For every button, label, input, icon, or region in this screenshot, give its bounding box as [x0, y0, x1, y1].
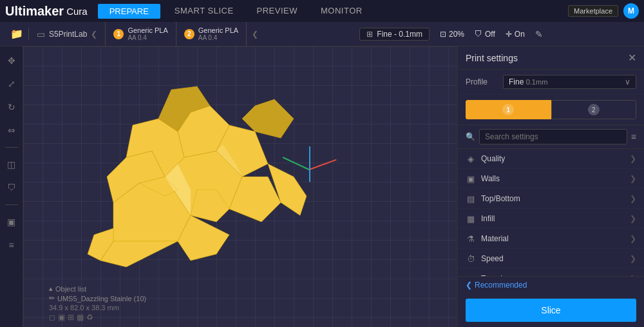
- action-icon-5[interactable]: ♻: [86, 313, 93, 322]
- slice-button[interactable]: Slice: [466, 299, 636, 322]
- tool-group[interactable]: ▣: [3, 213, 21, 231]
- prepare-tab[interactable]: PREPARE: [98, 4, 160, 19]
- object-name-row: ✏ UMS5_Dazzling Stainle (10): [49, 294, 146, 302]
- 3d-model: [62, 61, 339, 269]
- file-tab-icon: ▭: [37, 29, 45, 39]
- extruder1-sub: AA 0.4: [128, 34, 167, 41]
- setting-name-2: Top/Bottom: [481, 194, 625, 203]
- monitor-tab[interactable]: MONITOR: [309, 0, 374, 22]
- scale-box[interactable]: ⊡ 20%: [440, 30, 464, 39]
- adhesion-value: On: [515, 30, 525, 39]
- adhesion-icon: ✛: [506, 30, 512, 39]
- logo-ultimaker: Ultimaker: [5, 4, 64, 19]
- profile-row: Profile Fine 0.1mm ∨: [458, 70, 644, 95]
- material-icon: ⚗: [466, 233, 476, 244]
- file-tab[interactable]: ▭ S5PrintLab ❮: [29, 22, 106, 46]
- setting-name-1: Walls: [481, 174, 625, 183]
- scale-value: 20%: [449, 30, 464, 39]
- setting-name-0: Quality: [481, 154, 625, 163]
- quality-icon: ⊞: [366, 30, 373, 39]
- extruder-tab-2[interactable]: 2: [551, 100, 637, 119]
- adhesion-box[interactable]: ✛ On: [506, 30, 525, 39]
- tool-support[interactable]: ⛉: [3, 179, 21, 197]
- profile-label: Profile: [466, 77, 498, 86]
- speed-icon: ⏱: [466, 253, 476, 264]
- edit-icon[interactable]: ✎: [535, 29, 543, 39]
- toolbar-center: ⊞ Fine - 0.1mm ⊡ 20% ⛉ Off ✛ On ✎: [359, 28, 543, 41]
- file-tab-chevron-icon[interactable]: ❮: [91, 30, 97, 39]
- setting-item-top/bottom[interactable]: ▤Top/Bottom❯: [458, 189, 644, 209]
- dimensions: 34.9 x 82.0 x 38.3 mm: [49, 304, 146, 312]
- recommended-label: Recommended: [475, 281, 527, 290]
- walls-icon: ▣: [466, 173, 476, 184]
- extruder2-box: 2 Generic PLA AA 0.4: [176, 22, 247, 46]
- action-icon-3[interactable]: ⊞: [68, 313, 74, 322]
- setting-chevron-icon-2: ❯: [630, 194, 636, 203]
- tool-separator2: [5, 204, 18, 205]
- pencil-icon: ✏: [49, 294, 55, 302]
- object-name: UMS5_Dazzling Stainle (10): [57, 295, 146, 302]
- tool-mirror[interactable]: ⇔: [3, 121, 21, 139]
- panel-footer: ❮ Recommended: [458, 276, 644, 293]
- left-sidebar: ✥ ⤢ ↻ ⇔ ◫ ⛉ ▣ ≡: [0, 46, 23, 327]
- panel-close-button[interactable]: ✕: [628, 52, 636, 64]
- object-list-label[interactable]: ▴ Object list: [49, 284, 146, 293]
- logo: Ultimaker Cura: [5, 4, 88, 19]
- setting-chevron-icon-0: ❯: [630, 154, 636, 163]
- setting-chevron-icon-1: ❯: [630, 174, 636, 183]
- setting-chevron-icon-5: ❯: [630, 254, 636, 263]
- setting-item-travel[interactable]: ↗Travel❯: [458, 269, 644, 276]
- avatar[interactable]: M: [623, 3, 639, 19]
- svg-marker-7: [100, 241, 178, 267]
- tool-move[interactable]: ✥: [3, 52, 21, 70]
- nav-right: Marketplace M: [568, 3, 639, 19]
- settings-list: ◈Quality❯▣Walls❯▤Top/Bottom❯▦Infill❯⚗Mat…: [458, 149, 644, 276]
- marketplace-button[interactable]: Marketplace: [568, 5, 618, 17]
- setting-item-material[interactable]: ⚗Material❯: [458, 229, 644, 249]
- setting-item-infill[interactable]: ▦Infill❯: [458, 209, 644, 229]
- extruder-arrow-icon[interactable]: ❮: [247, 30, 263, 39]
- folder-icon[interactable]: 📁: [10, 28, 23, 40]
- viewport-bottom: ▴ Object list ✏ UMS5_Dazzling Stainle (1…: [49, 284, 146, 322]
- setting-chevron-icon-3: ❯: [630, 214, 636, 223]
- support-box[interactable]: ⛉ Off: [475, 30, 495, 39]
- recommended-button[interactable]: ❮ Recommended: [466, 281, 636, 290]
- extruder1-info: Generic PLA AA 0.4: [128, 26, 167, 41]
- right-panel: Print settings ✕ Profile Fine 0.1mm ∨ 1 …: [457, 46, 644, 327]
- quality-icon: ◈: [466, 154, 476, 164]
- profile-select[interactable]: Fine 0.1mm ∨: [503, 75, 636, 89]
- viewport[interactable]: ▴ Object list ✏ UMS5_Dazzling Stainle (1…: [23, 46, 457, 327]
- settings-menu-icon[interactable]: ≡: [631, 132, 636, 142]
- setting-item-walls[interactable]: ▣Walls❯: [458, 169, 644, 189]
- search-bar: 🔍 ≡: [458, 125, 644, 149]
- profile-pill[interactable]: ⊞ Fine - 0.1mm: [359, 28, 430, 41]
- logo-cura: Cura: [66, 6, 88, 17]
- toolbar: 📁 ▭ S5PrintLab ❮ 1 Generic PLA AA 0.4 2 …: [0, 22, 644, 46]
- tool-align[interactable]: ≡: [3, 236, 21, 254]
- action-icon-1[interactable]: ◻: [49, 313, 55, 322]
- setting-item-speed[interactable]: ⏱Speed❯: [458, 249, 644, 269]
- setting-name-5: Speed: [481, 254, 625, 263]
- tool-rotate[interactable]: ↻: [3, 98, 21, 116]
- search-input[interactable]: [479, 129, 627, 144]
- extruder2-info: Generic PLA AA 0.4: [198, 26, 238, 41]
- object-list-text: Object list: [55, 285, 86, 293]
- tool-separator: [5, 147, 18, 148]
- scale-icon: ⊡: [440, 30, 446, 39]
- recommended-chevron-icon: ❮: [466, 281, 472, 290]
- preview-tab[interactable]: PREVIEW: [245, 0, 309, 22]
- panel-header: Print settings ✕: [458, 46, 644, 70]
- smart-slice-tab[interactable]: SMART SLICE: [163, 0, 245, 22]
- support-icon: ⛉: [475, 30, 482, 39]
- extruder2-sub: AA 0.4: [198, 34, 238, 41]
- action-icon-4[interactable]: ▦: [77, 313, 84, 322]
- profile-chevron-icon: ∨: [625, 77, 630, 86]
- main-area: ✥ ⤢ ↻ ⇔ ◫ ⛉ ▣ ≡: [0, 46, 644, 327]
- extruder-tab-1[interactable]: 1: [466, 100, 551, 119]
- object-actions: ◻ ▣ ⊞ ▦ ♻: [49, 313, 146, 322]
- setting-item-quality[interactable]: ◈Quality❯: [458, 149, 644, 169]
- extruder1-box: 1 Generic PLA AA 0.4: [106, 22, 176, 46]
- action-icon-2[interactable]: ▣: [58, 313, 65, 322]
- tool-per-model[interactable]: ◫: [3, 155, 21, 173]
- tool-scale[interactable]: ⤢: [3, 75, 21, 93]
